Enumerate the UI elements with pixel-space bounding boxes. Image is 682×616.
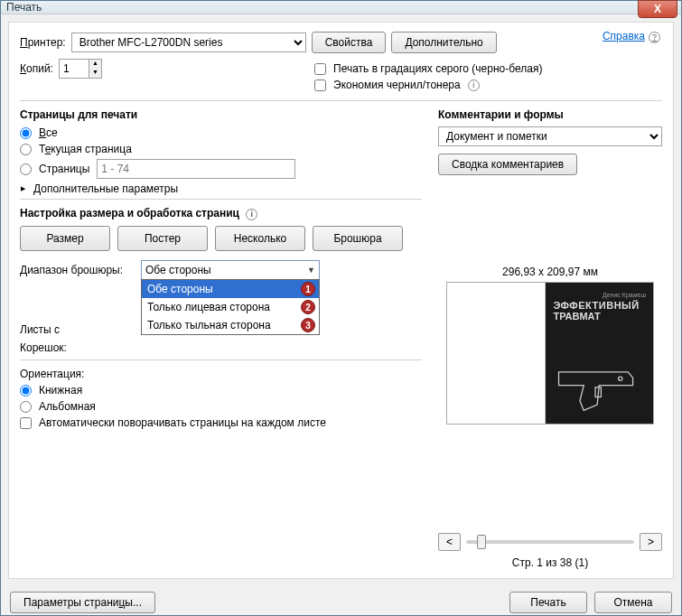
- svg-point-1: [619, 377, 622, 380]
- radio-all[interactable]: [20, 127, 32, 139]
- grayscale-checkbox[interactable]: [314, 63, 326, 75]
- saveink-checkbox[interactable]: [314, 79, 326, 91]
- close-icon: X: [654, 3, 661, 15]
- preview-title2: ТРАВМАТ: [553, 311, 646, 322]
- dialog-content: Справка? Принтер: Brother MFC-L2700DN se…: [8, 22, 674, 579]
- cancel-button[interactable]: Отмена: [594, 592, 672, 613]
- close-button[interactable]: X: [638, 0, 677, 18]
- zoom-slider[interactable]: [466, 540, 634, 544]
- spin-down[interactable]: ▼: [89, 69, 101, 78]
- preview-dims: 296,93 x 209,97 мм: [438, 266, 662, 278]
- pages-section-title: Страницы для печати: [20, 108, 422, 121]
- dropdown-option[interactable]: Только тыльная сторона3: [142, 316, 319, 334]
- copies-input[interactable]: [59, 59, 89, 79]
- spine-label: Корешок:: [20, 341, 135, 354]
- size-button[interactable]: Размер: [20, 226, 110, 251]
- page-indicator: Стр. 1 из 38 (1): [438, 556, 662, 569]
- landscape-label: Альбомная: [39, 400, 96, 413]
- range-input[interactable]: [97, 159, 295, 179]
- radio-landscape[interactable]: [20, 401, 32, 413]
- radio-current[interactable]: [20, 144, 32, 155]
- dialog-footer: Параметры страницы... Печать Отмена: [1, 586, 681, 616]
- summary-button[interactable]: Сводка комментариев: [438, 154, 577, 175]
- autorotate-label: Автоматически поворачивать страницы на к…: [39, 416, 326, 429]
- copies-spinner[interactable]: ▲▼: [59, 59, 102, 79]
- window-title: Печать: [6, 1, 676, 14]
- help-icon: ?: [649, 32, 660, 43]
- printer-select[interactable]: Brother MFC-L2700DN series: [71, 33, 306, 52]
- badge-1: 1: [301, 282, 315, 296]
- radio-portrait[interactable]: [20, 385, 32, 397]
- comments-select[interactable]: Документ и пометки: [438, 126, 662, 146]
- saveink-label: Экономия чернил/тонера: [333, 79, 461, 91]
- spin-up[interactable]: ▲: [89, 60, 101, 69]
- print-dialog: Печать X Справка? Принтер: Brother MFC-L…: [0, 0, 682, 616]
- slider-thumb[interactable]: [477, 535, 486, 549]
- booklet-button[interactable]: Брошюра: [313, 226, 403, 251]
- dropdown-option[interactable]: Обе стороны1: [142, 280, 319, 298]
- range-label: Страницы: [39, 163, 89, 175]
- properties-button[interactable]: Свойства: [312, 32, 387, 53]
- chevron-down-icon: ▼: [307, 266, 315, 275]
- orientation-title: Ориентация:: [20, 368, 422, 380]
- advanced-button[interactable]: Дополнительно: [391, 32, 496, 53]
- multiple-button[interactable]: Несколько: [215, 226, 305, 251]
- preview-author: Денис Крамеш: [553, 292, 646, 298]
- copies-label: Копий:: [20, 62, 53, 75]
- booklet-range-combo[interactable]: Обе стороны▼: [141, 260, 320, 280]
- info-icon: i: [246, 209, 257, 220]
- printer-label: Принтер:: [20, 36, 66, 49]
- booklet-range-dropdown: Обе стороны1 Только лицевая сторона2 Тол…: [141, 279, 320, 335]
- dropdown-option[interactable]: Только лицевая сторона2: [142, 298, 319, 316]
- radio-range[interactable]: [20, 163, 32, 175]
- help-label: Справка: [603, 30, 645, 42]
- badge-2: 2: [301, 300, 315, 314]
- autorotate-checkbox[interactable]: [20, 417, 32, 429]
- prev-page-button[interactable]: <: [438, 533, 461, 551]
- booklet-range-label: Диапазон брошюры:: [20, 264, 135, 276]
- more-options-expander[interactable]: Дополнительные параметры: [20, 182, 422, 195]
- sizing-title: Настройка размера и обработка страниц i: [20, 207, 422, 220]
- portrait-label: Книжная: [39, 384, 82, 397]
- preview-title1: ЭФФЕКТИВНЫЙ: [553, 300, 646, 311]
- help-link[interactable]: Справка?: [603, 30, 660, 43]
- info-icon: i: [468, 79, 480, 91]
- poster-button[interactable]: Постер: [117, 226, 208, 251]
- badge-3: 3: [301, 318, 315, 332]
- gun-icon: [551, 360, 648, 418]
- grayscale-label: Печать в градациях серого (черно-белая): [333, 62, 542, 75]
- print-button[interactable]: Печать: [509, 592, 587, 613]
- comments-title: Комментарии и формы: [438, 108, 662, 121]
- next-page-button[interactable]: >: [640, 533, 662, 551]
- page-setup-button[interactable]: Параметры страницы...: [10, 592, 155, 613]
- print-preview: Денис Крамеш ЭФФЕКТИВНЫЙ ТРАВМАТ: [446, 282, 654, 425]
- titlebar: Печать X: [1, 1, 681, 14]
- sheets-label: Листы с: [20, 323, 135, 336]
